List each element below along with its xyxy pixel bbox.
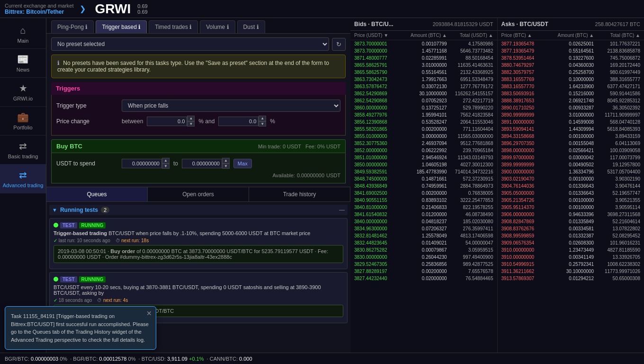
bids-row[interactable]: 3863.578764720.330721301277.76779172 xyxy=(350,83,497,90)
bids-row[interactable]: 3840.000000000.04818237185.02030080 xyxy=(350,218,497,225)
refresh-button[interactable]: ↻ xyxy=(332,38,346,51)
asks-row[interactable]: 3877.193654780.02625001101.77637221 xyxy=(498,40,644,47)
asks-row[interactable]: 3899.970000000.03000042117.00073799 xyxy=(498,154,644,161)
usdt-val1-field[interactable] xyxy=(122,159,162,168)
asks-row[interactable]: 3906.000000000.946333963698.27311568 xyxy=(498,211,644,218)
bids-row[interactable]: 3856.123908680.535282472064.11553046 xyxy=(350,118,497,126)
asks-row[interactable]: 3888.389176532.069217488045.92285312 xyxy=(498,97,644,104)
asks-row[interactable]: 3898.000000000.02566421100.03909058 xyxy=(498,147,644,154)
stepper-up-1[interactable]: ▲ xyxy=(187,116,195,121)
tab-trigger-based[interactable]: Trigger based ℹ xyxy=(96,20,147,33)
asks-row[interactable]: 3899.999999990.0049050219.12957800 xyxy=(498,161,644,168)
bids-row[interactable]: 3849.59382591185.47783990714014.34732216 xyxy=(350,168,497,175)
usdt-val2-field[interactable] xyxy=(182,159,222,168)
bids-row[interactable]: 3871.480007770.0228599188.50168454 xyxy=(350,55,497,62)
asks-row[interactable]: 3905.050000000.0133664352.19657747 xyxy=(498,190,644,197)
usdt-up-2[interactable]: ▲ xyxy=(222,158,230,164)
asks-row[interactable]: 3880.746792970.04360030169.20172440 xyxy=(498,62,644,69)
bids-row[interactable]: 3863.730424731.799176636951.53348479 xyxy=(350,76,497,83)
asks-row[interactable]: 3910.549969150.257923411008.62238302 xyxy=(498,261,644,268)
bids-row[interactable]: 3848.745000000.14871661572.37230915 xyxy=(350,175,497,182)
asks-row[interactable]: 3877.193654790.551645612138.83685878 xyxy=(498,47,644,55)
asks-row[interactable]: 3890.999999993.0100000011711.90999997 xyxy=(498,111,644,118)
notification-close-button[interactable]: ✕ xyxy=(146,309,152,317)
bids-row[interactable]: 3852.307753602.469370949512.77681868 xyxy=(350,140,497,147)
bids-row[interactable]: 3832.814814621.255780494813.17406598 xyxy=(350,232,497,239)
preset-select[interactable]: No preset selected xyxy=(51,37,329,51)
asks-row[interactable]: 3893.590941411.443099945618.84085393 xyxy=(498,126,644,133)
asks-row[interactable]: 3891.000000000.14599008568.04740128 xyxy=(498,118,644,126)
bids-row[interactable]: 3830.862752820.000798673.05959515 xyxy=(350,246,497,254)
exchange-name[interactable]: Bittrex: Bitcoin/Tether xyxy=(5,9,74,15)
asks-row[interactable]: 3910.000000001.234734494827.81185590 xyxy=(498,246,644,254)
usdt-down-1[interactable]: ▼ xyxy=(162,164,170,169)
sidebar-item-portfolio[interactable]: 💼 Portfolio xyxy=(0,107,46,136)
tab-timed-trades[interactable]: Timed trades ℹ xyxy=(149,20,198,33)
asks-row[interactable]: 3913.578693070.0129421250.65000308 xyxy=(498,275,644,282)
bids-row[interactable]: 3834.963000000.07206327276.35997411 xyxy=(350,225,497,232)
asks-row[interactable]: 3882.305797570.25258700980.61997449 xyxy=(498,69,644,76)
asks-row[interactable]: 3903.021904700.001000003.90302190 xyxy=(498,175,644,182)
collapse-icon[interactable]: ▼ xyxy=(52,207,57,213)
bids-row[interactable]: 3858.492779761.959941017562.41823584 xyxy=(350,111,497,118)
bids-row[interactable]: 3832.448236450.0140902154.00000047 xyxy=(350,239,497,246)
sidebar-item-basic-trading[interactable]: ⇄ Basic trading xyxy=(0,136,46,164)
asks-row[interactable]: 3883.506939160.15216000590.91441586 xyxy=(498,90,644,97)
price-val1-field[interactable] xyxy=(147,117,187,126)
bids-row[interactable]: 3841.615408320.0120000046.08738490 xyxy=(350,211,497,218)
asks-row[interactable]: 3905.213547260.001000003.90521355 xyxy=(498,197,644,204)
bids-row[interactable]: 3848.439368490.749599612884.78864973 xyxy=(350,182,497,190)
asks-row[interactable]: 3909.065763540.02608300101.96016231 xyxy=(498,239,644,246)
minimize-button[interactable]: — xyxy=(339,207,345,213)
asks-row[interactable]: 3910.000000000.0034114913.33926705 xyxy=(498,254,644,261)
bids-row[interactable]: 3827.442324400.0200000076.54884465 xyxy=(350,275,497,282)
asks-row[interactable]: 3883.165577690.10000000388.31655777 xyxy=(498,76,644,83)
bids-row[interactable]: 3855.010000003.0000000011565.03000000 xyxy=(350,133,497,140)
bids-row[interactable]: 3840.810000000.21406833822.19578255 xyxy=(350,204,497,211)
sidebar-item-news[interactable]: 📰 News xyxy=(0,49,46,78)
trigger-type-select[interactable]: When price falls When price rises When p… xyxy=(122,100,340,112)
max-button[interactable]: Max xyxy=(233,159,252,168)
bids-row[interactable]: 3852.000000000.06222992239.70965184 xyxy=(350,147,497,154)
tab-queues[interactable]: Queues xyxy=(46,187,148,201)
sidebar-item-grwi[interactable]: ★ GRWI.io xyxy=(0,78,46,107)
tab-ping-pong[interactable]: Ping-Pong ℹ xyxy=(51,20,94,33)
bids-row[interactable]: 3851.010000002.9454692411343.03149793 xyxy=(350,154,497,161)
asks-row[interactable]: 3911.3621166230.1000000011773.99971026 xyxy=(498,268,644,275)
asks-row[interactable]: 3900.000000001.363347965317.05704400 xyxy=(498,168,644,175)
bids-row[interactable]: 3873.700000010.001077994.17580986 xyxy=(350,40,497,47)
tab-dust[interactable]: Dust ℹ xyxy=(237,20,265,33)
bids-row[interactable]: 3862.5429086930.10000000116262.54155157 xyxy=(350,90,497,97)
bids-row[interactable]: 3827.882891970.002000007.65576578 xyxy=(350,268,497,275)
bids-row[interactable]: 3829.524673050.25836856989.42877525 xyxy=(350,261,497,268)
usdt-up-1[interactable]: ▲ xyxy=(162,158,170,164)
bids-row[interactable]: 3860.000000000.13725127529.78990220 xyxy=(350,104,497,111)
tab-volume[interactable]: Volume ℹ xyxy=(200,20,235,33)
price-val2-field[interactable] xyxy=(218,117,259,126)
bids-row[interactable]: 3862.542908680.07052923272.42217719 xyxy=(350,97,497,104)
bids-row[interactable]: 3840.905511550.838931023222.25477853 xyxy=(350,197,497,204)
asks-row[interactable]: 3878.539514640.19227600745.75006872 xyxy=(498,55,644,62)
bids-row[interactable]: 3873.700000001.457711685646.73773482 xyxy=(350,47,497,55)
stepper-down-2[interactable]: ▼ xyxy=(259,121,266,127)
asks-row[interactable]: 3890.017102500.0093328736.30502392 xyxy=(498,104,644,111)
tab-trade-history[interactable]: Trade history xyxy=(249,187,350,201)
bids-row[interactable]: 3841.690025000.002000000.76838005 xyxy=(350,190,497,197)
bids-row[interactable]: 3865.586257900.551645612132.43368925 xyxy=(350,69,497,76)
bids-row[interactable]: 3865.586257913.0100000011635.41463631 xyxy=(350,62,497,69)
stepper-up-2[interactable]: ▲ xyxy=(259,116,266,121)
asks-row[interactable]: 3908.837626760.0033458113.07822802 xyxy=(498,225,644,232)
asks-row[interactable]: 3908.995998590.0133238752.08295452 xyxy=(498,232,644,239)
bids-row[interactable]: 3850.000000001.046051984027.30012300 xyxy=(350,161,497,168)
sidebar-item-advanced-trading[interactable]: ⇄ Advanced trading xyxy=(0,164,46,193)
bids-row[interactable]: 3830.000000000.26044230997.49400900 xyxy=(350,254,497,261)
bids-row[interactable]: 3855.582018650.00200000771.11604404 xyxy=(350,126,497,133)
asks-row[interactable]: 3905.951143700.001000003.90595114 xyxy=(498,204,644,211)
asks-row[interactable]: 3908.828478690.0133584952.21604614 xyxy=(498,218,644,225)
stepper-down-1[interactable]: ▼ xyxy=(187,121,195,127)
asks-row[interactable]: 3904.761440360.013366433.90476144 xyxy=(498,182,644,190)
tab-open-orders[interactable]: Open orders xyxy=(148,187,249,201)
sidebar-item-main[interactable]: ⌂ Main xyxy=(0,20,46,49)
usdt-down-2[interactable]: ▼ xyxy=(222,164,230,169)
asks-row[interactable]: 3896.297073500.001550486.04113069 xyxy=(498,140,644,147)
